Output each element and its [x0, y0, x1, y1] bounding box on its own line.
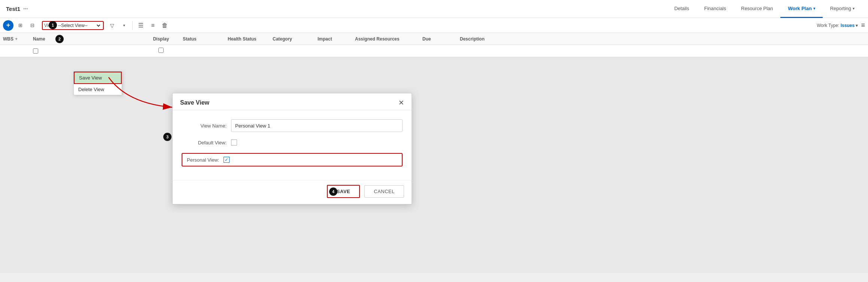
work-plan-chevron: ▾: [813, 6, 815, 10]
toolbar: 1 + ⊞ ⊟ View: --Select View-- ▽ ▾ ☰ ≡ 🗑 …: [0, 18, 868, 33]
dialog-footer: 4 SAVE CANCEL: [173, 180, 412, 204]
nav-reporting[interactable]: Reporting ▾: [823, 0, 862, 18]
context-menu-delete-view[interactable]: Delete View: [74, 84, 122, 95]
col-header-health: Health Status: [225, 36, 270, 42]
default-view-checkbox[interactable]: [231, 140, 237, 146]
display-checkbox[interactable]: [158, 48, 164, 53]
context-menu: Save View Delete View: [73, 71, 122, 95]
col-header-assigned: Assigned Resources: [352, 36, 419, 42]
col-header-name: Name: [30, 36, 142, 42]
default-view-label: Default View:: [182, 140, 227, 146]
reporting-chevron: ▾: [853, 6, 855, 10]
main-content: WBS + 2 Name Display Status Health Statu…: [0, 33, 868, 273]
annotation-bubble-2: 2: [55, 35, 64, 43]
outdent-button[interactable]: ⊟: [27, 20, 37, 31]
personal-view-label: Personal View:: [187, 157, 219, 163]
add-button[interactable]: +: [3, 20, 13, 31]
nav-financials[interactable]: Financials: [696, 0, 734, 18]
col-header-impact: Impact: [315, 36, 352, 42]
work-type-value: Issues: [841, 23, 855, 28]
toolbar-sep-1: [132, 21, 133, 30]
annotation-bubble-3: 3: [163, 133, 172, 141]
cancel-button[interactable]: CANCEL: [364, 185, 404, 198]
filter-options-button[interactable]: ▾: [119, 20, 129, 31]
col-header-status: Status: [180, 36, 225, 42]
col-header-category: Category: [270, 36, 315, 42]
col-header-due: Due: [419, 36, 457, 42]
nav-work-plan[interactable]: Work Plan ▾: [780, 0, 822, 18]
dialog-close-button[interactable]: ✕: [398, 99, 404, 106]
form-row-view-name: View Name:: [182, 119, 403, 132]
annotation-bubble-1: 1: [49, 21, 57, 29]
top-header: Test1 ••• Details Financials Resource Pl…: [0, 0, 868, 18]
align-right-button[interactable]: ≡: [148, 20, 158, 31]
save-view-dialog: Save View ✕ View Name: Default View: Per…: [172, 93, 412, 204]
annotation-bubble-4: 4: [329, 188, 337, 196]
cell-name: [30, 48, 142, 54]
context-menu-save-view[interactable]: Save View: [74, 72, 122, 84]
toolbar-right: Work Type: Issues ▾ ≡: [817, 21, 865, 29]
cell-display: [142, 48, 180, 54]
table-header: WBS + 2 Name Display Status Health Statu…: [0, 33, 868, 45]
nav-details[interactable]: Details: [667, 0, 697, 18]
header-left: Test1 •••: [6, 6, 28, 12]
filter-button[interactable]: ▽: [107, 20, 117, 31]
title-dots: •••: [23, 6, 28, 12]
dialog-overlay: Save View ✕ View Name: Default View: Per…: [0, 33, 868, 273]
table-row: [0, 45, 868, 57]
view-name-label: View Name:: [182, 123, 227, 129]
dialog-body: View Name: Default View: Personal View: …: [173, 110, 412, 180]
form-row-default-view: Default View:: [182, 140, 403, 146]
row-checkbox[interactable]: [33, 48, 38, 54]
col-header-display: Display: [142, 36, 180, 42]
nav-resource-plan[interactable]: Resource Plan: [734, 0, 780, 18]
col-header-description: Description: [457, 36, 532, 42]
hamburger-button[interactable]: ≡: [861, 21, 865, 29]
indent-button[interactable]: ⊞: [15, 20, 25, 31]
col-header-wbs: WBS +: [0, 36, 30, 42]
dialog-header: Save View ✕: [173, 93, 412, 110]
view-name-input[interactable]: [231, 119, 403, 132]
work-type-chevron[interactable]: ▾: [856, 23, 858, 28]
personal-view-checkbox[interactable]: ✓: [224, 157, 230, 163]
view-select[interactable]: --Select View--: [57, 22, 101, 28]
form-row-personal-view: Personal View: ✓: [182, 153, 403, 166]
app-title: Test1: [6, 6, 20, 12]
work-type-label: Work Type: Issues ▾: [817, 23, 858, 28]
align-left-button[interactable]: ☰: [136, 20, 146, 31]
dialog-title: Save View: [180, 99, 209, 106]
add-row-button[interactable]: +: [15, 36, 18, 42]
table-area: WBS + 2 Name Display Status Health Statu…: [0, 33, 868, 57]
header-right: Details Financials Resource Plan Work Pl…: [667, 0, 862, 18]
delete-button[interactable]: 🗑: [160, 20, 170, 31]
